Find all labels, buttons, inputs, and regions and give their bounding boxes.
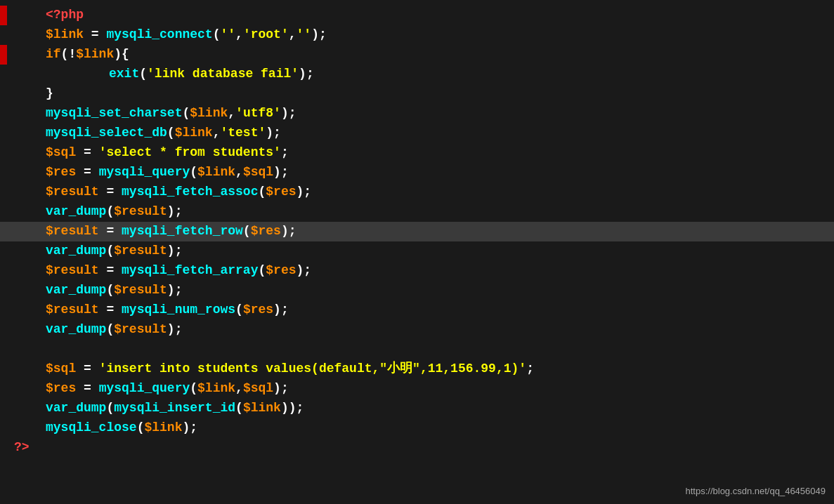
gutter-9 [0,163,7,183]
code-line-4: exit('link database fail'); [0,65,834,84]
gutter-19 [0,359,7,379]
code-line-14: $result = mysqli_fetch_array($res); [0,261,834,281]
code-line-5: } [0,84,834,104]
line-8-content: $sql = 'select * from students'; [7,143,289,163]
line-9-content: $res = mysqli_query($link,$sql); [7,163,289,183]
gutter-20 [0,379,7,399]
gutter-6 [0,104,7,124]
gutter-4 [0,65,7,84]
code-editor: <?php $link = mysqli_connect('','root','… [0,0,834,504]
code-line-19: $sql = 'insert into students values(defa… [0,359,834,379]
code-line-11: var_dump($result); [0,202,834,222]
line-22-content: mysqli_close($link); [7,418,197,438]
line-11-content: var_dump($result); [7,202,182,222]
line-3-content: if(!$link){ [7,45,129,65]
code-line-21: var_dump(mysqli_insert_id($link)); [0,399,834,418]
code-line-2: $link = mysqli_connect('','root',''); [0,25,834,45]
gutter-16 [0,300,7,320]
gutter-8 [0,143,7,163]
line-15-content: var_dump($result); [7,281,182,300]
gutter-15 [0,281,7,300]
code-line-10: $result = mysqli_fetch_assoc($res); [0,183,834,202]
code-line-23: ?> [0,438,834,458]
gutter-23 [0,438,7,458]
line-17-content: var_dump($result); [7,320,182,340]
line-13-content: var_dump($result); [7,241,182,261]
line-1-content: <?php [7,6,84,25]
gutter-2 [0,25,7,45]
line-19-content: $sql = 'insert into students values(defa… [7,359,534,379]
code-line-16: $result = mysqli_num_rows($res); [0,300,834,320]
line-4-content: exit('link database fail'); [7,65,314,84]
code-line-12: $result = mysqli_fetch_row($res); [0,222,834,241]
code-line-13: var_dump($result); [0,241,834,261]
line-14-content: $result = mysqli_fetch_array($res); [7,261,311,281]
gutter-10 [0,183,7,202]
gutter-3 [0,45,7,65]
line-10-content: $result = mysqli_fetch_assoc($res); [7,183,311,202]
gutter-17 [0,320,7,340]
code-line-7: mysqli_select_db($link,'test'); [0,124,834,143]
gutter-18 [0,340,7,359]
gutter-22 [0,418,7,438]
gutter-13 [0,241,7,261]
code-line-18 [0,340,834,359]
code-line-17: var_dump($result); [0,320,834,340]
line-5-content: } [7,84,53,104]
gutter-12 [0,222,7,241]
code-line-9: $res = mysqli_query($link,$sql); [0,163,834,183]
gutter-1 [0,6,7,25]
code-line-15: var_dump($result); [0,281,834,300]
gutter-11 [0,202,7,222]
line-23-content: ?> [7,438,30,458]
gutter-14 [0,261,7,281]
line-7-content: mysqli_select_db($link,'test'); [7,124,281,143]
line-12-content: $result = mysqli_fetch_row($res); [7,222,297,241]
code-line-22: mysqli_close($link); [0,418,834,438]
line-18-content [7,340,53,359]
line-21-content: var_dump(mysqli_insert_id($link)); [7,399,304,418]
gutter-5 [0,84,7,104]
code-line-3: if(!$link){ [0,45,834,65]
code-line-6: mysqli_set_charset($link,'utf8'); [0,104,834,124]
line-2-content: $link = mysqli_connect('','root',''); [7,25,327,45]
watermark: https://blog.csdn.net/qq_46456049 [686,484,826,498]
code-line-20: $res = mysqli_query($link,$sql); [0,379,834,399]
gutter-7 [0,124,7,143]
line-16-content: $result = mysqli_num_rows($res); [7,300,289,320]
line-20-content: $res = mysqli_query($link,$sql); [7,379,289,399]
line-6-content: mysqli_set_charset($link,'utf8'); [7,104,297,124]
code-line-1: <?php [0,6,834,25]
code-line-8: $sql = 'select * from students'; [0,143,834,163]
gutter-21 [0,399,7,418]
